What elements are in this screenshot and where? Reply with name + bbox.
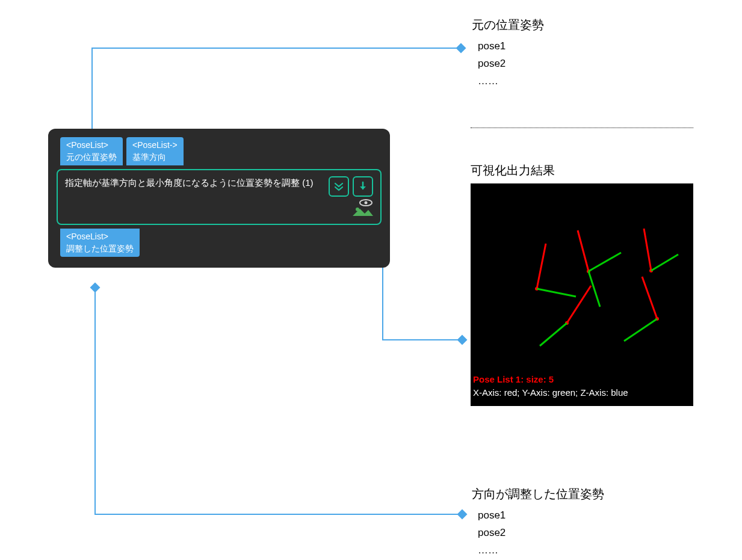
svg-line-8	[578, 230, 589, 271]
connector-arrowhead	[457, 509, 468, 520]
connector-anchor	[90, 283, 100, 293]
svg-line-15	[540, 323, 567, 346]
vis-label-legend: X-Axis: red; Y-Axis: green; Z-Axis: blue	[473, 387, 628, 398]
node-body[interactable]: 指定軸が基準方向と最小角度になるように位置姿勢を調整 (1)	[57, 169, 382, 225]
port-name: 基準方向	[132, 152, 178, 164]
svg-line-14	[567, 286, 591, 323]
output-ports: <PoseList>調整した位置姿勢	[60, 229, 382, 257]
callout-original-poses: 元の位置姿勢 pose1pose2……	[472, 17, 544, 90]
svg-line-12	[651, 254, 678, 271]
connector-arrowhead	[457, 335, 468, 345]
svg-point-3	[356, 208, 359, 211]
visualization-panel: Pose List 1: size: 5 X-Axis: red; Y-Axis…	[471, 183, 693, 406]
svg-line-11	[644, 229, 651, 271]
download-arrow-icon	[357, 181, 368, 192]
vis-label-size: Pose List 1: size: 5	[473, 374, 554, 384]
input-port-0[interactable]: <PoseList>元の位置姿勢	[60, 137, 123, 165]
svg-line-19	[589, 271, 600, 307]
expand-all-button[interactable]	[329, 176, 349, 197]
svg-line-18	[624, 319, 657, 341]
callout-adjusted-poses: 方向が調整した位置姿勢 pose1pose2……	[472, 486, 604, 559]
list-item: pose1	[478, 507, 604, 525]
list-item: ……	[478, 73, 544, 90]
output-port-0[interactable]: <PoseList>調整した位置姿勢	[60, 229, 140, 257]
list-item: pose2	[478, 55, 544, 73]
visualization-title: 可視化出力結果	[471, 162, 555, 179]
svg-line-17	[642, 277, 657, 319]
pose-axes-scene	[471, 183, 693, 406]
list-item: pose1	[478, 38, 544, 55]
port-name: 調整した位置姿勢	[66, 243, 134, 255]
list-item: pose2	[478, 525, 604, 542]
svg-point-1	[365, 202, 368, 205]
step-node: <PoseList>元の位置姿勢<PoseList->基準方向 指定軸が基準方向…	[48, 129, 390, 268]
port-type: <PoseList>	[66, 231, 134, 243]
list-item: ……	[478, 542, 604, 559]
port-name: 元の位置姿勢	[66, 152, 117, 164]
callout-title: 元の位置姿勢	[472, 17, 544, 33]
port-type: <PoseList>	[66, 140, 117, 152]
visualize-icon[interactable]	[349, 198, 373, 219]
double-chevron-down-icon	[333, 181, 344, 192]
run-button[interactable]	[353, 176, 373, 197]
callout-title: 方向が調整した位置姿勢	[472, 486, 604, 502]
input-port-1[interactable]: <PoseList->基準方向	[126, 137, 184, 165]
svg-line-9	[589, 253, 621, 271]
connector-arrowhead	[456, 43, 466, 54]
node-title: 指定軸が基準方向と最小角度になるように位置姿勢を調整 (1)	[65, 176, 314, 189]
svg-line-5	[537, 244, 546, 289]
input-ports: <PoseList>元の位置姿勢<PoseList->基準方向	[60, 137, 382, 165]
port-type: <PoseList->	[132, 140, 178, 152]
svg-line-6	[537, 289, 576, 297]
separator	[471, 128, 693, 128]
